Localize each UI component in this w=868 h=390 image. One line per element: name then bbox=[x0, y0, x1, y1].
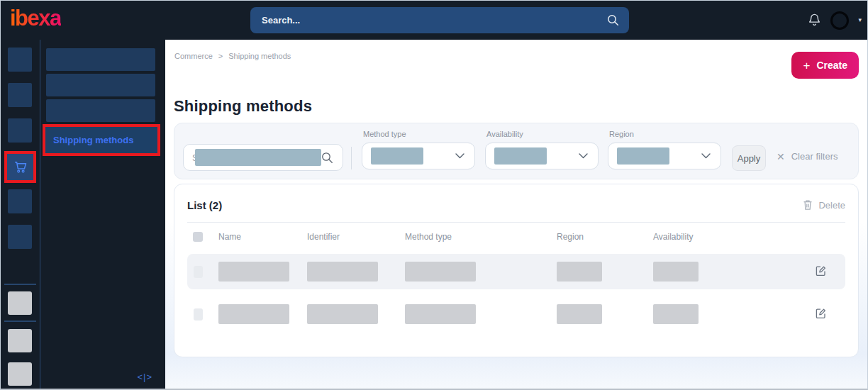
column-header-method-type: Method type bbox=[405, 232, 557, 242]
menu-item-label: Shipping methods bbox=[53, 135, 133, 145]
sidebar-item-placeholder-4[interactable] bbox=[8, 189, 32, 213]
filter-search-input[interactable]: S bbox=[183, 144, 343, 171]
main-content: Commerce > Shipping methods + Create Shi… bbox=[165, 40, 867, 389]
redaction-box bbox=[218, 304, 289, 324]
edit-icon[interactable] bbox=[815, 307, 827, 319]
redaction-box bbox=[653, 262, 699, 282]
secondary-sidebar: Shipping methods <|> bbox=[40, 40, 165, 389]
search-icon[interactable] bbox=[321, 152, 333, 164]
divider bbox=[187, 222, 845, 223]
ibexa-logo: ibexa bbox=[10, 6, 61, 31]
sidebar-divider bbox=[4, 284, 36, 285]
column-header-identifier: Identifier bbox=[307, 232, 405, 242]
redaction-box bbox=[557, 304, 602, 324]
redaction-box bbox=[405, 304, 476, 324]
chevron-down-icon bbox=[579, 153, 588, 159]
redaction-box bbox=[653, 304, 699, 324]
sidebar-item-placeholder-8[interactable] bbox=[8, 362, 32, 386]
plus-icon: + bbox=[803, 60, 810, 72]
shopping-cart-icon bbox=[13, 160, 28, 174]
breadcrumb-separator-icon: > bbox=[218, 52, 223, 60]
availability-dropdown[interactable] bbox=[485, 143, 599, 169]
sidebar-item-placeholder-2[interactable] bbox=[8, 83, 32, 107]
clear-filters-label: Clear filters bbox=[791, 151, 838, 162]
table-header: Name Identifier Method type Region Avail… bbox=[187, 229, 845, 245]
redaction-box bbox=[371, 147, 423, 165]
sidebar-item-placeholder-3[interactable] bbox=[8, 118, 32, 143]
close-icon: ✕ bbox=[777, 152, 785, 162]
app-window: ibexa ▾ bbox=[0, 0, 868, 390]
collapse-sidebar-icon[interactable]: <|> bbox=[137, 372, 152, 382]
create-button[interactable]: + Create bbox=[791, 52, 859, 79]
redaction-box bbox=[557, 262, 602, 282]
topbar: ibexa ▾ bbox=[1, 1, 867, 40]
redaction-box bbox=[218, 262, 289, 282]
sidebar-item-placeholder-6[interactable] bbox=[8, 291, 32, 315]
notifications-bell-icon[interactable] bbox=[808, 13, 821, 28]
filters-bar: S Method type Availability bbox=[174, 123, 859, 179]
filter-label: Method type bbox=[362, 130, 475, 138]
row-checkbox[interactable] bbox=[194, 266, 203, 278]
global-search-input[interactable] bbox=[260, 14, 607, 26]
shipping-methods-list: List (2) Delete Name Identifier Method t… bbox=[174, 184, 859, 357]
breadcrumb-commerce[interactable]: Commerce bbox=[174, 52, 213, 60]
create-button-label: Create bbox=[816, 60, 847, 71]
delete-label: Delete bbox=[818, 200, 845, 211]
list-header: List (2) Delete bbox=[187, 198, 845, 212]
delete-button[interactable]: Delete bbox=[803, 199, 845, 211]
edit-icon[interactable] bbox=[815, 264, 827, 277]
filter-divider bbox=[351, 147, 352, 169]
select-all-checkbox[interactable] bbox=[193, 232, 203, 242]
method-type-dropdown[interactable] bbox=[362, 143, 475, 169]
redaction-box bbox=[307, 262, 378, 282]
table-row[interactable] bbox=[187, 254, 845, 289]
menu-item-placeholder-2[interactable] bbox=[46, 74, 155, 96]
clear-filters-button[interactable]: ✕ Clear filters bbox=[777, 151, 838, 162]
user-avatar[interactable] bbox=[830, 11, 849, 30]
menu-item-shipping-methods[interactable]: Shipping methods bbox=[43, 124, 160, 156]
page-title: Shipping methods bbox=[174, 97, 312, 116]
column-header-availability: Availability bbox=[653, 232, 767, 242]
sidebar-item-placeholder-1[interactable] bbox=[8, 48, 32, 72]
chevron-down-icon bbox=[701, 153, 711, 159]
region-dropdown[interactable] bbox=[608, 143, 721, 169]
user-menu-caret-icon[interactable]: ▾ bbox=[858, 17, 862, 23]
breadcrumb: Commerce > Shipping methods bbox=[174, 52, 291, 60]
icon-sidebar bbox=[1, 40, 40, 389]
list-title: List (2) bbox=[187, 199, 222, 211]
menu-item-placeholder-3[interactable] bbox=[46, 99, 155, 122]
sidebar-item-placeholder-5[interactable] bbox=[8, 225, 32, 249]
global-search[interactable] bbox=[250, 7, 629, 33]
menu-item-placeholder-1[interactable] bbox=[46, 48, 155, 71]
search-icon[interactable] bbox=[607, 14, 619, 26]
sidebar-divider bbox=[4, 321, 36, 322]
filter-label: Availability bbox=[485, 130, 599, 138]
apply-button[interactable]: Apply bbox=[732, 145, 766, 171]
sidebar-item-commerce-active[interactable] bbox=[4, 151, 36, 183]
topbar-actions: ▾ bbox=[808, 1, 862, 40]
redaction-box bbox=[195, 149, 321, 166]
redaction-box bbox=[405, 262, 476, 282]
sidebar-item-placeholder-7[interactable] bbox=[8, 329, 32, 352]
redaction-box bbox=[617, 147, 669, 165]
redaction-box bbox=[307, 304, 378, 324]
filter-method-type: Method type bbox=[362, 130, 475, 169]
filter-region: Region bbox=[608, 130, 721, 169]
filter-label: Region bbox=[608, 130, 721, 138]
trash-icon bbox=[803, 199, 813, 211]
chevron-down-icon bbox=[455, 153, 464, 159]
breadcrumb-current: Shipping methods bbox=[228, 52, 291, 60]
column-header-name: Name bbox=[218, 232, 307, 242]
row-checkbox[interactable] bbox=[194, 308, 203, 321]
filter-availability: Availability bbox=[485, 130, 599, 169]
redaction-box bbox=[494, 147, 547, 165]
table-row[interactable] bbox=[187, 296, 845, 332]
column-header-region: Region bbox=[557, 232, 653, 242]
